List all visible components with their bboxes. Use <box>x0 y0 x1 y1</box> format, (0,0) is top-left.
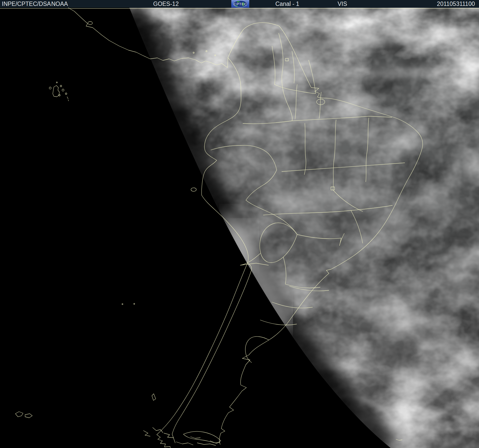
satellite-image <box>0 8 479 448</box>
satellite-canvas <box>0 8 479 448</box>
timestamp-label: 201105311100 <box>437 0 475 7</box>
satellite-product-page: { "header": { "agency": "INPE/CPTEC/DSA"… <box>0 0 479 448</box>
band-label: VIS <box>338 0 347 7</box>
satellite-label: GOES-12 <box>153 0 179 7</box>
noaa-label: NOAA <box>51 0 68 7</box>
cptec-logo-text: CPTEC <box>234 2 247 6</box>
header-bar: INPE/CPTEC/DSA NOAA GOES-12 Canal - 1 VI… <box>0 0 479 8</box>
cptec-logo-icon: CPTEC <box>231 0 249 8</box>
channel-label: Canal - 1 <box>275 0 299 7</box>
agency-label: INPE/CPTEC/DSA <box>2 0 51 7</box>
